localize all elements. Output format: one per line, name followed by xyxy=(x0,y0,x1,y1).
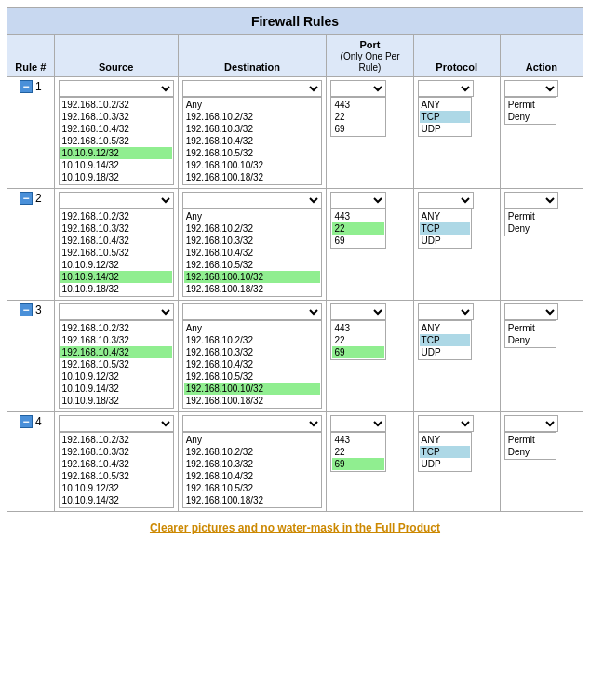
list-item[interactable]: Deny xyxy=(506,446,555,458)
list-item[interactable]: 192.168.100.18/32 xyxy=(184,395,321,407)
list-item[interactable]: 192.168.10.3/32 xyxy=(184,458,321,470)
list-item[interactable]: Permit xyxy=(506,210,555,222)
destination-dropdown[interactable] xyxy=(182,80,323,97)
list-item[interactable]: 192.168.100.10/32 xyxy=(184,271,321,283)
list-item[interactable]: 10.10.9.12/32 xyxy=(60,370,172,383)
list-item[interactable]: 192.168.10.2/32 xyxy=(184,446,321,458)
list-item[interactable]: 192.168.10.3/32 xyxy=(60,222,172,235)
action-listbox[interactable]: PermitDeny xyxy=(504,97,556,125)
port-listbox[interactable]: 4432269 xyxy=(330,97,386,137)
destination-listbox[interactable]: Any192.168.10.2/32192.168.10.3/32192.168… xyxy=(182,432,323,508)
list-item[interactable]: 443 xyxy=(332,99,384,111)
list-item[interactable]: 192.168.10.5/32 xyxy=(60,247,172,259)
list-item[interactable]: 192.168.10.3/32 xyxy=(184,123,321,135)
destination-dropdown[interactable] xyxy=(182,192,323,209)
list-item[interactable]: 192.168.10.5/32 xyxy=(184,147,321,159)
list-item[interactable]: 192.168.100.10/32 xyxy=(184,159,321,171)
list-item[interactable]: ANY xyxy=(420,99,470,111)
list-item[interactable]: 192.168.100.18/32 xyxy=(184,494,321,506)
action-dropdown[interactable] xyxy=(504,303,558,320)
list-item[interactable]: 10.10.9.14/32 xyxy=(60,159,172,171)
list-item[interactable]: ANY xyxy=(420,210,470,222)
action-dropdown[interactable] xyxy=(504,192,558,209)
list-item[interactable]: 192.168.10.5/32 xyxy=(60,135,172,147)
destination-listbox[interactable]: Any192.168.10.2/32192.168.10.3/32192.168… xyxy=(182,97,323,185)
list-item[interactable]: 192.168.10.2/32 xyxy=(184,111,321,123)
list-item[interactable]: 192.168.100.10/32 xyxy=(184,383,321,395)
list-item[interactable]: TCP xyxy=(420,334,470,346)
list-item[interactable]: ANY xyxy=(420,322,470,334)
source-dropdown[interactable] xyxy=(59,192,174,209)
list-item[interactable]: 192.168.10.4/32 xyxy=(184,470,321,482)
protocol-dropdown[interactable] xyxy=(418,192,474,209)
list-item[interactable]: 192.168.10.3/32 xyxy=(184,346,321,358)
port-listbox[interactable]: 4432269 xyxy=(330,320,386,360)
list-item[interactable]: 192.168.10.2/32 xyxy=(60,322,172,334)
list-item[interactable]: 192.168.10.5/32 xyxy=(184,482,321,494)
list-item[interactable]: 192.168.10.2/32 xyxy=(60,210,172,222)
list-item[interactable]: 22 xyxy=(332,334,384,346)
list-item[interactable]: 10.10.9.14/32 xyxy=(60,383,172,395)
list-item[interactable]: Permit xyxy=(506,322,555,334)
list-item[interactable]: 69 xyxy=(332,458,384,470)
list-item[interactable]: 10.10.9.18/32 xyxy=(60,283,172,295)
list-item[interactable]: 10.10.9.12/32 xyxy=(60,147,172,159)
list-item[interactable]: UDP xyxy=(420,458,470,470)
list-item[interactable]: Any xyxy=(184,322,321,334)
action-dropdown[interactable] xyxy=(504,415,558,432)
list-item[interactable]: 192.168.10.4/32 xyxy=(60,458,172,470)
list-item[interactable]: 192.168.10.2/32 xyxy=(184,334,321,346)
list-item[interactable]: 10.10.9.14/32 xyxy=(60,271,172,283)
protocol-listbox[interactable]: ANYTCPUDP xyxy=(418,320,472,360)
list-item[interactable]: 10.10.9.12/32 xyxy=(60,259,172,271)
list-item[interactable]: Permit xyxy=(506,99,555,111)
list-item[interactable]: 443 xyxy=(332,322,384,334)
list-item[interactable]: TCP xyxy=(420,111,470,123)
list-item[interactable]: UDP xyxy=(420,123,470,135)
port-listbox[interactable]: 4432269 xyxy=(330,432,386,472)
port-dropdown[interactable] xyxy=(330,415,386,432)
list-item[interactable]: 192.168.10.4/32 xyxy=(60,123,172,135)
action-listbox[interactable]: PermitDeny xyxy=(504,320,556,348)
list-item[interactable]: Deny xyxy=(506,111,555,123)
source-listbox[interactable]: 192.168.10.2/32192.168.10.3/32192.168.10… xyxy=(59,320,174,409)
protocol-dropdown[interactable] xyxy=(418,415,474,432)
port-listbox[interactable]: 4432269 xyxy=(330,209,386,249)
list-item[interactable]: TCP xyxy=(420,446,470,458)
list-item[interactable]: 22 xyxy=(332,222,384,235)
list-item[interactable]: 22 xyxy=(332,446,384,458)
list-item[interactable]: Permit xyxy=(506,434,555,446)
source-dropdown[interactable] xyxy=(59,80,174,97)
list-item[interactable]: 69 xyxy=(332,123,384,135)
list-item[interactable]: Any xyxy=(184,210,321,222)
list-item[interactable]: 10.10.9.12/32 xyxy=(60,482,172,494)
remove-rule-button[interactable]: − xyxy=(20,415,33,428)
list-item[interactable]: 192.168.10.4/32 xyxy=(60,235,172,247)
list-item[interactable]: 192.168.10.3/32 xyxy=(184,235,321,247)
remove-rule-button[interactable]: − xyxy=(20,192,33,205)
list-item[interactable]: Deny xyxy=(506,334,555,346)
destination-dropdown[interactable] xyxy=(182,303,323,320)
list-item[interactable]: 192.168.10.4/32 xyxy=(184,358,321,370)
list-item[interactable]: 192.168.10.5/32 xyxy=(60,358,172,370)
protocol-listbox[interactable]: ANYTCPUDP xyxy=(418,432,472,472)
list-item[interactable]: 443 xyxy=(332,434,384,446)
list-item[interactable]: 192.168.10.2/32 xyxy=(60,99,172,111)
list-item[interactable]: 192.168.10.3/32 xyxy=(60,334,172,346)
port-dropdown[interactable] xyxy=(330,80,386,97)
list-item[interactable]: 192.168.100.18/32 xyxy=(184,283,321,295)
source-dropdown[interactable] xyxy=(59,415,174,432)
destination-listbox[interactable]: Any192.168.10.2/32192.168.10.3/32192.168… xyxy=(182,209,323,297)
protocol-listbox[interactable]: ANYTCPUDP xyxy=(418,97,472,137)
list-item[interactable]: 192.168.10.3/32 xyxy=(60,111,172,123)
action-dropdown[interactable] xyxy=(504,80,558,97)
protocol-dropdown[interactable] xyxy=(418,80,474,97)
port-dropdown[interactable] xyxy=(330,192,386,209)
destination-dropdown[interactable] xyxy=(182,415,323,432)
source-dropdown[interactable] xyxy=(59,303,174,320)
list-item[interactable]: 10.10.9.14/32 xyxy=(60,494,172,506)
list-item[interactable]: Any xyxy=(184,434,321,446)
port-dropdown[interactable] xyxy=(330,303,386,320)
list-item[interactable]: 192.168.100.18/32 xyxy=(184,171,321,183)
source-listbox[interactable]: 192.168.10.2/32192.168.10.3/32192.168.10… xyxy=(59,432,174,508)
